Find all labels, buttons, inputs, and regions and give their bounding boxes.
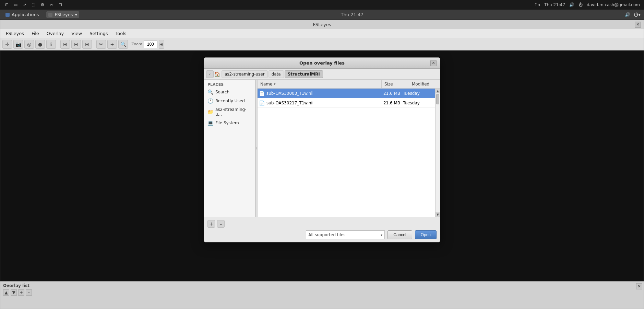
recently-used-icon: 🕐 (207, 98, 213, 104)
display-icon[interactable]: ⊟ (58, 2, 63, 8)
overlay-move-up-btn[interactable]: ▲ (3, 289, 9, 296)
dialog-bottom-row2: All supported files ▾ Cancel Open (207, 230, 437, 239)
filesystem-icon: 💻 (207, 120, 213, 126)
circle-outline-btn[interactable]: ◎ (24, 40, 34, 49)
camera-btn[interactable]: 📷 (13, 40, 23, 49)
fsleyes-dropdown-arrow[interactable]: ▾ (75, 12, 77, 17)
place-recently-used[interactable]: 🕐 Recently Used (204, 96, 255, 105)
dialog-overlay: Open overlay files ✕ ‹ 🏠 as2-streaming-u… (0, 50, 644, 281)
place-search[interactable]: 🔍 Search (204, 88, 255, 96)
files-scrollbar[interactable]: ▲ ▼ (435, 89, 440, 217)
overlay-side-close-btn[interactable]: ✕ (636, 283, 642, 289)
dialog-close-button[interactable]: ✕ (430, 60, 437, 66)
breadcrumb-segment-root[interactable]: as2-streaming-user (222, 70, 268, 78)
search-btn[interactable]: 🔍 (118, 40, 128, 49)
square-icon[interactable]: ▭ (13, 2, 19, 8)
menu-overlay[interactable]: Overlay (43, 30, 68, 37)
zoom-spin-btn[interactable]: ⊞ (159, 40, 164, 49)
overlay-list-controls: ▲ ▼ + – (3, 289, 641, 296)
overlay-add-btn[interactable]: + (18, 289, 24, 296)
columns-btn[interactable]: ⊟ (71, 40, 81, 49)
grid-icon[interactable]: ⊞ (4, 2, 10, 8)
circle-solid-btn[interactable]: ● (35, 40, 45, 49)
clock: Thu 21:47 (544, 2, 565, 7)
search-place-icon: 🔍 (207, 89, 213, 95)
overlay-list-side-controls: ✕ (636, 283, 642, 289)
scissors-btn[interactable]: ✂ (96, 40, 106, 49)
remove-bookmark-btn[interactable]: – (217, 220, 225, 228)
scroll-down-btn[interactable]: ▼ (436, 212, 440, 217)
home-folder-icon: 📁 (207, 109, 213, 115)
col-header-modified[interactable]: Modified (409, 80, 440, 88)
place-home-label: as2-streaming-u... (215, 107, 252, 117)
breadcrumb-segment-active[interactable]: StructuralMRI (285, 70, 323, 78)
toolbar: ✛ 📷 ◎ ● ℹ ⊞ ⊟ ⊞ ✂ + 🔍 Zoom 100 ⊞ (0, 38, 644, 50)
app-bar-right: 🔊 ⏻▾ (625, 12, 641, 17)
file-row[interactable]: 📄 sub-OAS30217_T1w.nii 21.6 MB Tuesday (258, 98, 435, 108)
menu-settings[interactable]: Settings (86, 30, 111, 37)
dialog-title-bar: Open overlay files ✕ (204, 58, 440, 69)
files-panel: Name ▾ Size Modified (258, 80, 440, 217)
files-header: Name ▾ Size Modified (258, 80, 440, 89)
panels-btn[interactable]: ⊞ (82, 40, 92, 49)
user-account[interactable]: david.m.cash@gmail.com (587, 2, 640, 7)
overlay-remove-btn[interactable]: – (26, 289, 32, 296)
file-icon-2: 📄 (259, 100, 266, 106)
add-bookmark-btn[interactable]: + (207, 220, 215, 228)
applications-label: Applications (12, 12, 39, 17)
menu-fsleyes[interactable]: FSLeyes (2, 30, 27, 37)
file-row[interactable]: 📄 sub-OAS30003_T1w.nii 21.6 MB Tuesday (258, 89, 435, 98)
fsleyes-app-item[interactable]: FSLeyes ▾ (46, 11, 79, 18)
zoom-label: Zoom (131, 42, 142, 46)
breadcrumb-segment-data[interactable]: data (269, 70, 284, 78)
content-area: Open overlay files ✕ ‹ 🏠 as2-streaming-u… (0, 50, 644, 281)
scissors-icon[interactable]: ✂ (49, 2, 54, 8)
menu-tools[interactable]: Tools (112, 30, 130, 37)
place-filesystem[interactable]: 💻 File System (204, 118, 255, 127)
menu-view[interactable]: View (68, 30, 85, 37)
breadcrumb-back-btn[interactable]: ‹ (206, 70, 214, 78)
power-icon[interactable]: ⏻ (579, 2, 583, 7)
file-filter-wrapper[interactable]: All supported files ▾ (306, 230, 385, 239)
file-modified-2: Tuesday (403, 101, 434, 105)
system-icons: ⊞ ▭ ↗ ⬚ ⚙ ✂ ⊟ (4, 2, 63, 8)
open-button[interactable]: Open (415, 230, 437, 239)
place-home-folder[interactable]: 📁 as2-streaming-u... (204, 105, 255, 118)
grid-view-btn[interactable]: ⊞ (60, 40, 70, 49)
power-btn[interactable]: ⏻▾ (634, 12, 641, 17)
scroll-thumb[interactable] (436, 94, 439, 104)
cancel-button[interactable]: Cancel (387, 230, 412, 239)
scroll-up-btn[interactable]: ▲ (436, 89, 440, 93)
volume-btn[interactable]: 🔊 (625, 12, 630, 17)
app-indicator (5, 13, 10, 17)
col-header-name[interactable]: Name ▾ (258, 80, 382, 88)
zoom-input[interactable]: 100 (144, 41, 157, 48)
col-header-size[interactable]: Size (382, 80, 409, 88)
open-overlay-dialog: Open overlay files ✕ ‹ 🏠 as2-streaming-u… (204, 57, 440, 242)
places-panel: Places 🔍 Search 🕐 Recently Used 📁 (204, 80, 255, 217)
scroll-track[interactable] (436, 93, 440, 212)
filter-text: All supported files (308, 232, 345, 237)
menu-bar: FSLeyes File Overlay View Settings Tools (0, 29, 644, 38)
menu-file[interactable]: File (28, 30, 43, 37)
file-icon-1: 📄 (259, 91, 266, 96)
volume-icon[interactable]: 🔊 (569, 2, 574, 7)
places-header: Places (204, 81, 255, 88)
toolbar-separator-2 (94, 41, 94, 48)
window-close-button[interactable]: ✕ (635, 22, 641, 28)
place-search-label: Search (215, 90, 229, 94)
app-bar-clock: Thu 21:47 (85, 12, 620, 17)
overlay-list-panel: Overlay list ▲ ▼ + – ✕ (0, 281, 644, 309)
info-btn[interactable]: ℹ (46, 40, 56, 49)
gear-icon[interactable]: ⚙ (40, 2, 45, 8)
plus-btn[interactable]: + (107, 40, 117, 49)
arrow-icon[interactable]: ↗ (22, 2, 27, 8)
folder-icon[interactable]: ⬚ (31, 2, 36, 8)
system-bar-right: ↑n Thu 21:47 🔊 ⏻ david.m.cash@gmail.com (534, 2, 640, 7)
file-modified-1: Tuesday (403, 91, 434, 96)
overlay-move-down-btn[interactable]: ▼ (11, 289, 17, 296)
crosshair-btn[interactable]: ✛ (2, 40, 12, 49)
applications-menu[interactable]: Applications (3, 11, 41, 18)
window-title: FSLeyes (313, 22, 331, 27)
system-bar: ⊞ ▭ ↗ ⬚ ⚙ ✂ ⊟ ↑n Thu 21:47 🔊 ⏻ david.m.c… (0, 0, 644, 10)
